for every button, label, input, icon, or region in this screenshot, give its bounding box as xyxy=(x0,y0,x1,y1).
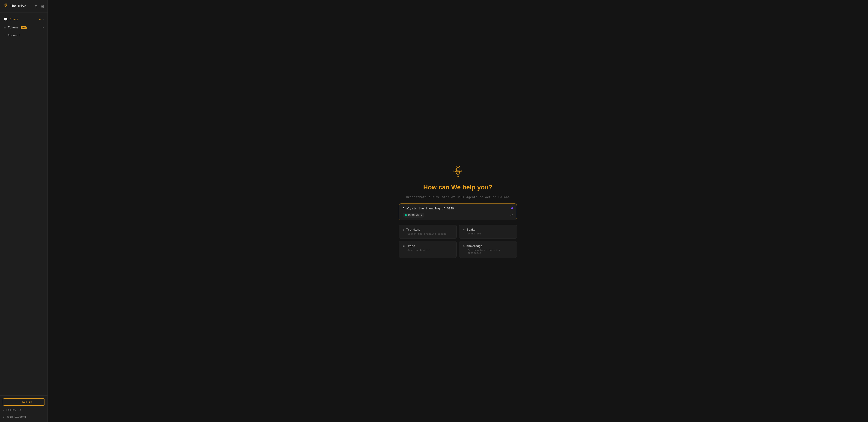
hero-title-start: How can xyxy=(423,184,451,191)
hero-title-highlight: We xyxy=(451,184,461,191)
sidebar-item-tokens[interactable]: ◎ Tokens New ∨ xyxy=(0,24,48,32)
sidebar-item-account[interactable]: ○ Account xyxy=(0,32,48,39)
trending-title: Trending xyxy=(406,228,421,232)
svg-point-14 xyxy=(460,166,460,167)
sidebar-item-chats[interactable]: 💬 Chats + ∨ xyxy=(0,15,48,24)
stake-icon: ⟡ xyxy=(463,228,465,232)
account-icon: ○ xyxy=(4,34,5,37)
tokens-icon: ◎ xyxy=(4,26,5,30)
svg-line-4 xyxy=(5,3,5,4)
sidebar-footer: → → Log in ✕ Follow Us ⊙ Join Discord xyxy=(0,395,48,422)
trade-title: Trade xyxy=(406,244,415,248)
svg-line-13 xyxy=(459,166,460,168)
login-label: → Log in xyxy=(19,400,32,403)
send-icon: ↵ xyxy=(510,213,513,217)
sidebar: The Hive ⚙ ▣ 💬 Chats + ∨ ◎ Tokens New xyxy=(0,0,48,422)
knowledge-icon: ⊕ xyxy=(463,244,465,248)
login-arrow-icon: → xyxy=(16,400,17,403)
main-content: How can We help you? Orchestrate a hive … xyxy=(48,0,868,422)
suggestions-grid: ◈ Trending Search the trending tokens ⟡ … xyxy=(399,224,517,258)
trade-desc: Swap on Jupiter xyxy=(403,249,453,252)
tokens-chevron: ∨ xyxy=(42,26,44,29)
trade-icon: ▦ xyxy=(403,244,404,248)
knowledge-desc: Get developer docs for protocols xyxy=(463,249,513,254)
model-status-dot xyxy=(405,214,407,216)
model-label: Open AI xyxy=(408,213,420,217)
hero-bee-icon xyxy=(451,164,465,179)
tokens-label: Tokens xyxy=(8,26,19,29)
discord-icon: ⊙ xyxy=(3,415,4,419)
trending-icon: ◈ xyxy=(403,228,404,232)
chats-chevron: ∨ xyxy=(42,18,44,21)
header-icons: ⚙ ▣ xyxy=(34,4,44,9)
chats-label: Chats xyxy=(10,18,19,21)
hero-title-end: help you? xyxy=(461,184,492,191)
login-button[interactable]: → → Log in xyxy=(3,398,45,405)
chat-icon: 💬 xyxy=(4,18,7,21)
suggestion-trending[interactable]: ◈ Trending Search the trending tokens xyxy=(399,224,457,239)
svg-point-12 xyxy=(456,166,456,167)
new-chat-button[interactable]: + xyxy=(38,17,41,22)
model-chevron-icon: ∨ xyxy=(421,214,422,216)
stake-desc: Stake Sol xyxy=(463,232,513,235)
svg-line-21 xyxy=(458,176,459,177)
svg-line-5 xyxy=(6,3,6,4)
chat-input-container: Open AI ∨ ↵ xyxy=(399,204,517,220)
discord-label: Join Discord xyxy=(6,415,26,419)
suggestion-knowledge[interactable]: ⊕ Knowledge Get developer docs for proto… xyxy=(459,241,517,258)
follow-label: Follow Us xyxy=(6,409,21,412)
sidebar-header: The Hive ⚙ ▣ xyxy=(0,0,48,13)
chat-input[interactable] xyxy=(403,207,509,210)
settings-button[interactable]: ⚙ xyxy=(34,4,38,9)
account-label: Account xyxy=(8,34,20,37)
hero-subtitle: Orchestrate a hive mind of DeFi Agents t… xyxy=(406,195,510,199)
brand[interactable]: The Hive xyxy=(3,3,26,9)
follow-us-link[interactable]: ✕ Follow Us xyxy=(3,408,45,413)
knowledge-title: Knowledge xyxy=(466,244,483,248)
twitter-icon: ✕ xyxy=(3,409,4,412)
hero-title: How can We help you? xyxy=(423,184,492,191)
brand-text: The Hive xyxy=(10,4,26,8)
suggestion-stake[interactable]: ⟡ Stake Stake Sol xyxy=(459,224,517,239)
hero-section: How can We help you? Orchestrate a hive … xyxy=(399,164,517,258)
model-selector-button[interactable]: Open AI ∨ xyxy=(403,213,425,218)
send-button[interactable]: ↵ xyxy=(510,213,513,217)
svg-line-11 xyxy=(456,166,457,168)
sidebar-nav: 💬 Chats + ∨ ◎ Tokens New ∨ ○ Account xyxy=(0,13,48,395)
tokens-badge: New xyxy=(21,26,27,29)
brand-icon xyxy=(3,3,8,9)
discord-link[interactable]: ⊙ Join Discord xyxy=(3,415,45,419)
layout-button[interactable]: ▣ xyxy=(40,4,44,9)
input-indicator xyxy=(511,207,513,209)
trending-desc: Search the trending tokens xyxy=(403,233,453,235)
suggestion-trade[interactable]: ▦ Trade Swap on Jupiter xyxy=(399,241,457,258)
stake-title: Stake xyxy=(467,228,475,232)
